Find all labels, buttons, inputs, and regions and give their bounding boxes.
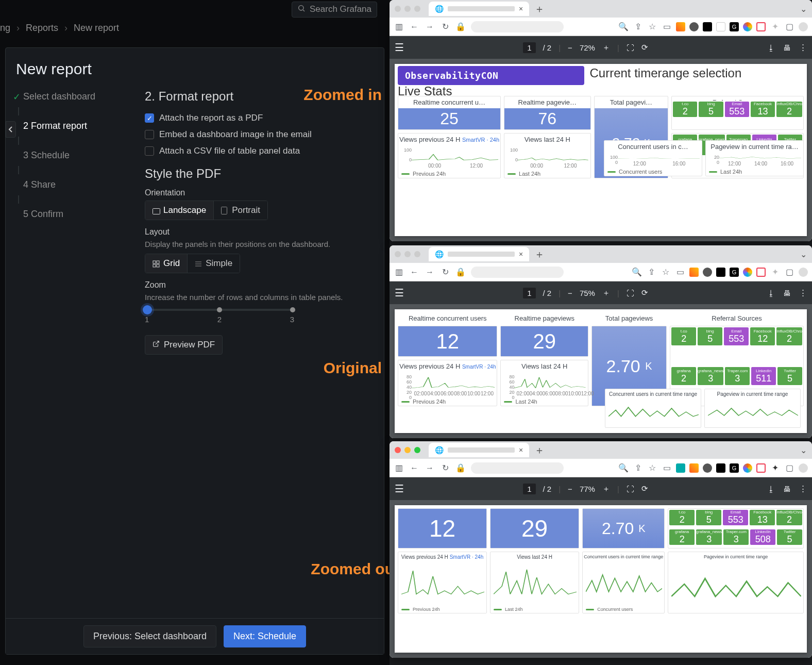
more-icon[interactable]: ⋮ [799, 43, 807, 52]
ext-icon[interactable] [703, 268, 712, 277]
share-icon[interactable]: ⇪ [646, 267, 656, 277]
check-attach-csv[interactable]: Attach a CSV file of table panel data [145, 146, 371, 156]
print-icon[interactable]: 🖶 [783, 485, 791, 493]
window-icon[interactable]: ▢ [784, 267, 794, 277]
ext-icon[interactable] [689, 22, 699, 31]
pocket-icon[interactable] [756, 22, 766, 31]
ext-icon[interactable] [703, 22, 712, 31]
ext-icon[interactable] [689, 268, 699, 277]
star-icon[interactable]: ☆ [661, 267, 671, 277]
zoom-slider[interactable]: 1 2 3 [145, 309, 294, 324]
window-icon[interactable]: ▢ [784, 463, 794, 473]
fit-icon[interactable]: ⛶ [627, 43, 634, 52]
zoom-icon[interactable]: 🔍 [618, 463, 629, 473]
check-attach-pdf[interactable]: ✓ Attach the report as a PDF [145, 113, 371, 123]
close-icon[interactable]: × [519, 446, 523, 454]
fit-icon[interactable]: ⛶ [627, 289, 634, 297]
menu-icon[interactable]: ☰ [395, 483, 404, 495]
back-icon[interactable]: ← [409, 22, 419, 32]
page-current[interactable]: 1 [523, 42, 535, 53]
crumb-new-report[interactable]: New report [74, 23, 119, 34]
download-icon[interactable]: ⭳ [767, 485, 775, 493]
menu-icon[interactable]: ☰ [395, 287, 404, 299]
orientation-landscape[interactable]: Landscape [145, 201, 214, 220]
step-format-report[interactable]: 2 Format report [18, 115, 145, 137]
avatar[interactable] [799, 463, 808, 473]
ext-icon[interactable] [716, 463, 725, 473]
page-current[interactable]: 1 [523, 288, 535, 298]
ext-icon[interactable] [676, 22, 685, 31]
puzzle-icon[interactable]: ✦ [770, 267, 780, 277]
sidebar-icon[interactable]: ▥ [394, 463, 404, 473]
star-icon[interactable]: ☆ [647, 22, 657, 32]
print-icon[interactable]: 🖶 [783, 289, 791, 297]
forward-icon[interactable]: → [425, 22, 435, 32]
step-share[interactable]: 4 Share [18, 174, 145, 195]
pocket-icon[interactable] [756, 268, 766, 277]
ext-icon[interactable] [689, 463, 699, 473]
sidebar-icon[interactable]: ▥ [394, 22, 404, 32]
share-icon[interactable]: ⇪ [633, 463, 643, 473]
print-icon[interactable]: 🖶 [783, 43, 791, 52]
step-select-dashboard[interactable]: Select dashboard [18, 86, 145, 107]
window-icon[interactable]: ▢ [784, 22, 794, 32]
ext-icon[interactable] [716, 22, 725, 31]
close-icon[interactable]: × [519, 5, 523, 13]
avatar[interactable] [799, 22, 808, 31]
more-icon[interactable]: ⋮ [799, 288, 807, 297]
puzzle-icon[interactable]: ✦ [770, 22, 780, 32]
check-embed-image[interactable]: Embed a dashboard image in the email [145, 129, 371, 140]
sidebar-icon[interactable]: ▥ [394, 267, 404, 277]
crumb-reports[interactable]: Reports [26, 23, 58, 34]
zoom-icon[interactable]: 🔍 [632, 267, 642, 277]
tabs-icon[interactable]: ▭ [662, 22, 672, 32]
ext-icon[interactable]: G [730, 268, 739, 277]
tabs-icon[interactable]: ▭ [662, 463, 672, 473]
new-tab-button[interactable]: ＋ [534, 443, 545, 457]
more-icon[interactable]: ⋮ [799, 484, 807, 493]
preview-pdf-button[interactable]: Preview PDF [145, 335, 223, 355]
url-field[interactable] [471, 267, 564, 278]
zoom-in-button[interactable]: ＋ [602, 288, 610, 298]
orientation-portrait[interactable]: Portrait [214, 201, 267, 220]
url-field[interactable] [471, 462, 564, 474]
rotate-icon[interactable]: ⟳ [641, 484, 648, 493]
new-tab-button[interactable]: ＋ [534, 2, 545, 16]
puzzle-icon[interactable]: ✦ [770, 463, 780, 473]
ext-icon[interactable] [703, 463, 712, 473]
page-current[interactable]: 1 [523, 484, 535, 494]
grafana-ext-icon[interactable] [743, 463, 752, 473]
star-icon[interactable]: ☆ [647, 463, 657, 473]
browser-tab[interactable]: 🌐× [429, 443, 529, 457]
browser-tab[interactable]: 🌐× [429, 2, 529, 16]
close-icon[interactable]: × [519, 250, 523, 258]
menu-icon[interactable]: ☰ [395, 41, 404, 54]
reload-icon[interactable]: ↻ [440, 463, 450, 473]
ext-icon[interactable]: G [730, 22, 739, 31]
collapse-sidebar-handle[interactable] [6, 121, 16, 138]
slider-thumb[interactable] [143, 305, 152, 314]
zoom-out-button[interactable]: − [568, 289, 572, 297]
back-icon[interactable]: ← [409, 267, 419, 277]
chevron-down-icon[interactable]: ⌄ [800, 445, 807, 455]
browser-tab[interactable]: 🌐× [429, 247, 529, 261]
global-search[interactable]: Search Grafana [292, 2, 377, 18]
forward-icon[interactable]: → [425, 267, 435, 277]
zoom-out-button[interactable]: − [568, 43, 572, 52]
url-field[interactable] [471, 21, 564, 32]
share-icon[interactable]: ⇪ [633, 22, 643, 32]
download-icon[interactable]: ⭳ [767, 43, 775, 52]
crumb-ng[interactable]: ng [0, 23, 10, 34]
download-icon[interactable]: ⭳ [767, 289, 775, 297]
layout-grid[interactable]: Grid [145, 254, 188, 273]
reload-icon[interactable]: ↻ [440, 22, 450, 32]
reload-icon[interactable]: ↻ [440, 267, 450, 277]
step-confirm[interactable]: 5 Confirm [18, 204, 145, 225]
rotate-icon[interactable]: ⟳ [641, 43, 648, 52]
new-tab-button[interactable]: ＋ [534, 247, 545, 261]
zoom-out-button[interactable]: − [568, 485, 572, 493]
layout-simple[interactable]: Simple [188, 254, 240, 273]
chevron-down-icon[interactable]: ⌄ [800, 250, 807, 259]
zoom-icon[interactable]: 🔍 [618, 22, 629, 32]
prev-button[interactable]: Previous: Select dashboard [83, 625, 216, 647]
